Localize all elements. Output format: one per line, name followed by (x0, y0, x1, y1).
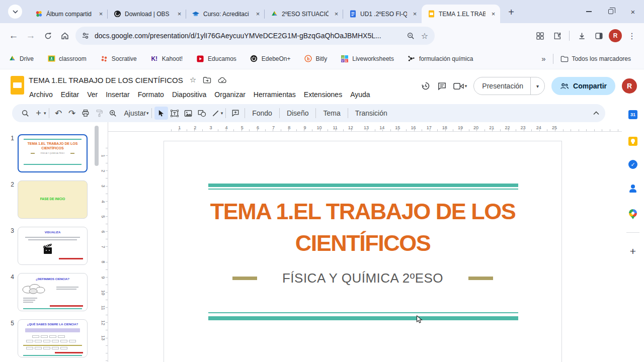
slide-thumbnail-5[interactable]: ¿QUÉ SABES SOBRE LA CIENCIA? (18, 319, 88, 357)
teal-line-bottom[interactable] (208, 312, 518, 313)
layout-button[interactable]: Diseño (282, 109, 313, 117)
transition-button[interactable]: Transición (351, 109, 392, 117)
tab-album-compartido[interactable]: Álbum compartid × (29, 5, 108, 23)
menu-organizar[interactable]: Organizar (210, 89, 249, 100)
star-icon[interactable]: ☆ (190, 75, 196, 84)
present-options-icon[interactable]: ▾ (531, 83, 544, 89)
menu-formato[interactable]: Formato (134, 89, 168, 100)
undo-icon[interactable]: ↶ (52, 107, 65, 120)
meet-camera-icon[interactable]: ▾ (453, 82, 467, 90)
browser-profile-avatar[interactable]: R (609, 29, 622, 42)
maps-icon[interactable] (622, 209, 644, 217)
menu-herramientas[interactable]: Herramientas (250, 89, 300, 100)
insert-comment-tool[interactable] (228, 107, 242, 120)
tab-search-button[interactable] (8, 5, 22, 19)
slides-app-icon[interactable] (11, 76, 24, 95)
document-title[interactable]: TEMA 1.EL TRABAJO DE LOS CIENTÍFICOS (29, 76, 183, 84)
tasks-icon[interactable]: ✓ (622, 160, 644, 169)
text-box-tool[interactable] (168, 107, 182, 120)
bookmark-socrative[interactable]: Socrative (100, 55, 137, 63)
fit-zoom-caret-icon[interactable]: ▾ (146, 111, 149, 116)
slide-subtitle-row[interactable]: FÍSICA Y QUÍMICA 2ºESO (164, 268, 561, 288)
insert-image-tool[interactable] (182, 107, 195, 120)
tab-close-icon[interactable]: × (97, 10, 105, 18)
slide-thumbnail-4[interactable]: ¿DEFINIMOS CIENCIA? (18, 273, 88, 311)
slide-subtitle-text[interactable]: FÍSICA Y QUÍMICA 2ºESO (164, 268, 561, 288)
teal-bar-bottom[interactable] (208, 316, 518, 320)
reload-button[interactable] (39, 27, 56, 44)
bookmark-kahoot[interactable]: K! Kahoot! (150, 55, 183, 63)
move-to-folder-icon[interactable] (203, 76, 211, 83)
all-bookmarks-button[interactable]: Todos los marcadores (560, 55, 631, 62)
slide-thumbnail-2[interactable]: FASE DE INICIO (18, 180, 88, 219)
add-slide-button[interactable]: + (32, 107, 45, 120)
menu-diapositiva[interactable]: Diapositiva (168, 89, 210, 100)
print-icon[interactable] (79, 107, 93, 120)
slide-page[interactable]: TEMA 1.EL TRABAJO DE LOS CIENTÍFICOS FÍS… (164, 141, 562, 362)
side-panel-icon[interactable] (592, 29, 606, 43)
bookmark-educamos[interactable]: Educamos (196, 55, 236, 63)
comments-icon[interactable] (437, 81, 447, 91)
bookmark-formulacion-quimica[interactable]: formulación química (408, 55, 473, 63)
tab-tema1-active[interactable]: TEMA 1.EL TRAB × (422, 5, 500, 23)
tab-close-icon[interactable]: × (254, 10, 262, 18)
tab-curso-acreditacion[interactable]: Curso: Acreditaci × (186, 5, 265, 23)
contacts-icon[interactable] (622, 184, 644, 193)
teal-bar-top[interactable] (208, 184, 518, 187)
tab-obs-download[interactable]: Download | OBS × (108, 5, 186, 23)
zoom-indicator-icon[interactable] (404, 29, 418, 43)
forward-button[interactable]: → (22, 27, 39, 44)
menu-extensiones[interactable]: Extensiones (300, 89, 346, 100)
collapse-menus-icon[interactable] (593, 111, 599, 115)
paint-format-icon[interactable] (93, 107, 106, 120)
line-options-icon[interactable]: ▾ (221, 111, 223, 116)
slide-canvas[interactable]: 1234567891011121314151617181920212223242… (108, 122, 622, 362)
account-avatar[interactable]: R (622, 78, 637, 94)
menu-ver[interactable]: Ver (83, 89, 102, 100)
tab-2eso-situacion[interactable]: 2ºESO SITUACIÓ × (265, 5, 343, 23)
background-button[interactable]: Fondo (248, 109, 277, 117)
present-button[interactable]: Presentación ▾ (473, 77, 545, 95)
browser-menu-icon[interactable]: ⋮ (625, 29, 639, 43)
bookmark-classroom[interactable]: classroom (47, 55, 87, 63)
menu-insertar[interactable]: Insertar (102, 89, 133, 100)
slide-title-text[interactable]: TEMA 1.EL TRABAJO DE LOS CIENTÍFICOS (194, 196, 531, 259)
home-button[interactable] (56, 27, 73, 44)
keep-icon[interactable] (622, 137, 644, 146)
extensions-puzzle-icon[interactable] (550, 29, 564, 43)
tab-close-icon[interactable]: × (332, 10, 341, 18)
calendar-icon[interactable]: 31 (622, 110, 644, 119)
tab-close-icon[interactable]: × (489, 10, 498, 18)
back-button[interactable]: ← (5, 27, 22, 44)
menu-archivo[interactable]: Archivo (25, 89, 57, 100)
search-menus-icon[interactable] (18, 107, 32, 120)
insert-line-tool[interactable] (209, 107, 222, 120)
add-slide-options-icon[interactable]: ▾ (44, 111, 46, 116)
new-tab-button[interactable]: + (504, 5, 518, 19)
address-bar[interactable]: docs.google.com/presentation/d/1ylI76GAe… (75, 27, 435, 45)
tab-close-icon[interactable]: × (175, 10, 184, 18)
add-addon-button[interactable]: + (622, 245, 644, 257)
bookmark-bitly[interactable]: b Bitly (304, 55, 328, 63)
minimize-button[interactable] (578, 0, 600, 23)
slide-thumbnail-1[interactable]: TEMA 1.EL TRABAJO DE LOS CIENTÍFICOS FÍS… (18, 134, 88, 172)
fit-zoom-select[interactable]: Ajustar (120, 109, 148, 117)
tab-grid-icon[interactable] (533, 29, 547, 43)
cloud-status-icon[interactable] (218, 77, 227, 83)
tab-ud1-fisica-quimica[interactable]: UD1 .2ºESO FI-QU × (343, 5, 422, 23)
close-button[interactable]: × (622, 0, 644, 23)
bookmarks-overflow-icon[interactable]: » (541, 54, 545, 63)
version-history-icon[interactable] (421, 81, 431, 91)
restore-button[interactable] (600, 0, 622, 23)
bookmark-edebeon[interactable]: EdebeOn+ (250, 55, 291, 63)
select-tool[interactable] (154, 107, 168, 120)
menu-editar[interactable]: Editar (57, 89, 84, 100)
zoom-icon[interactable] (106, 107, 120, 120)
redo-icon[interactable]: ↷ (65, 107, 79, 120)
downloads-icon[interactable] (575, 29, 589, 43)
teal-line-top[interactable] (208, 189, 518, 190)
menu-ayuda[interactable]: Ayuda (346, 89, 374, 100)
bookmark-star-icon[interactable]: ☆ (418, 29, 432, 43)
bookmark-liveworksheets[interactable]: LIEV Liveworksheets (341, 55, 394, 63)
theme-button[interactable]: Tema (318, 109, 345, 117)
